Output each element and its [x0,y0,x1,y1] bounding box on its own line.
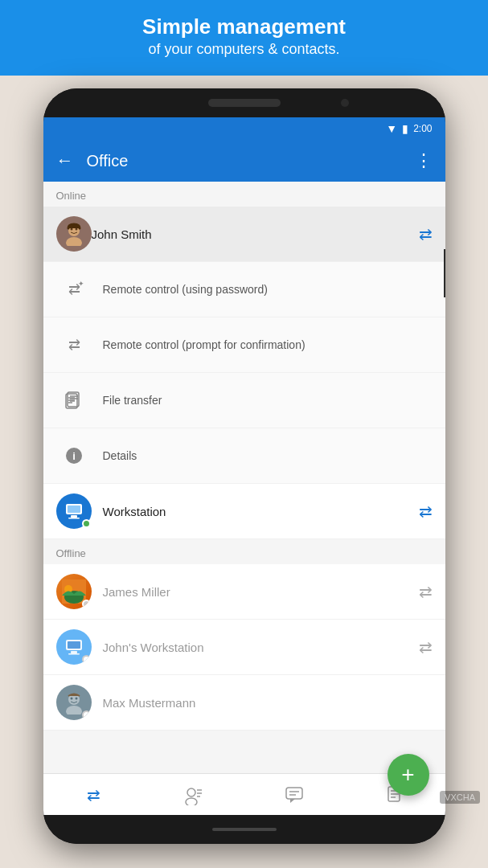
max-mustermann-name: Max Mustermann [103,696,433,710]
info-icon: i [64,445,84,466]
john-smith-remote-icon[interactable]: ⇄ [419,224,433,244]
johns-workstation-computer-icon [63,636,85,658]
svg-point-31 [75,698,77,700]
fab-add-button[interactable]: + [388,754,429,796]
file-transfer-icon [56,383,92,418]
johns-workstation-name: John's Workstation [103,641,419,654]
remote-password-text: Remote control (using password) [103,283,268,296]
home-indicator [212,828,277,831]
workstation-remote-icon[interactable]: ⇄ [419,502,433,521]
john-smith-name: John Smith [92,227,419,241]
svg-point-30 [70,698,72,700]
nav-item-chat[interactable] [284,784,305,805]
svg-rect-20 [68,518,80,519]
nav-remote-icon: ⇄ [83,784,104,805]
svg-point-1 [66,237,82,246]
john-smith-face-icon [62,222,86,246]
camera [341,99,349,107]
list-item-james-miller[interactable]: James Miller ⇄ [43,564,445,620]
status-bar: ▼ ▮ 2:00 [43,117,445,140]
top-banner: Simple management of your computers & co… [0,0,488,76]
svg-rect-38 [286,788,302,799]
speaker [208,99,281,107]
svg-rect-26 [71,651,77,653]
online-section-header: Online [43,182,445,207]
remote-confirm-text: Remote control (prompt for confirmation) [103,338,306,351]
list-item-johns-workstation[interactable]: John's Workstation ⇄ [43,620,445,675]
list-item-details[interactable]: i Details [43,428,445,484]
phone-bottom-bar [43,815,445,844]
john-smith-avatar [56,216,92,252]
details-icon: i [56,438,92,473]
bottom-nav: ⇄ [43,773,445,815]
svg-point-34 [186,798,197,805]
svg-rect-19 [71,515,77,518]
list-item-remote-confirm[interactable]: ⇄ Remote control (prompt for confirmatio… [43,317,445,373]
file-transfer-text: File transfer [103,394,162,407]
james-miller-remote-icon[interactable]: ⇄ [419,582,433,601]
wifi-icon: ▼ [386,122,397,135]
svg-text:✦: ✦ [78,280,84,288]
max-mustermann-avatar [56,685,92,720]
james-miller-name: James Miller [103,585,419,599]
more-button[interactable]: ⋮ [415,150,433,171]
svg-point-29 [66,706,82,714]
file-icon [64,390,84,411]
svg-text:⇄: ⇄ [87,786,100,804]
remote-arrows-icon: ⇄ [64,334,84,355]
side-button [444,249,445,297]
remote-arrows-star-icon: ⇄ ✦ [64,279,84,300]
james-miller-face-icon [62,579,86,604]
max-mustermann-face-icon [62,690,86,714]
battery-icon: ▮ [402,122,408,135]
list-item-remote-password[interactable]: ⇄ ✦ Remote control (using password) [43,262,445,317]
svg-point-33 [187,788,195,796]
details-text: Details [103,449,137,462]
status-icons: ▼ ▮ 2:00 [386,122,432,135]
workstation-name: Workstation [103,505,419,518]
johns-ws-status-dot [82,655,91,664]
johns-workstation-avatar [56,629,92,665]
svg-text:i: i [72,450,76,462]
remote-password-icon: ⇄ ✦ [56,272,92,307]
phone-shell: ▼ ▮ 2:00 ← Office ⋮ Online [43,88,445,844]
watermark: VXCHA [440,791,480,804]
james-miller-status-dot [82,600,91,608]
remote-confirm-icon: ⇄ [56,327,92,362]
app-bar-title: Office [87,152,415,170]
content-area: Online John Smith ⇄ [43,182,445,773]
svg-rect-25 [68,641,80,649]
svg-text:⇄: ⇄ [68,337,80,353]
list-item-workstation[interactable]: Workstation ⇄ [43,484,445,539]
bottom-spacer [43,731,445,773]
nav-contacts-icon [183,784,204,805]
phone-top-bar [43,88,445,117]
nav-item-contacts[interactable] [183,784,204,805]
workstation-computer-icon [63,500,85,522]
svg-rect-18 [68,506,80,513]
james-miller-avatar [56,574,92,609]
workstation-status-dot [82,519,91,528]
list-item-file-transfer[interactable]: File transfer [43,373,445,428]
app-bar: ← Office ⋮ [43,140,445,182]
banner-main-title: Simple management [16,14,472,39]
back-button[interactable]: ← [56,150,74,171]
list-item-john-smith[interactable]: John Smith ⇄ [43,207,445,262]
list-item-max-mustermann[interactable]: Max Mustermann [43,675,445,731]
svg-rect-27 [68,653,80,655]
workstation-avatar [56,493,92,529]
nav-item-remote[interactable]: ⇄ [83,784,104,805]
time-display: 2:00 [413,123,432,134]
offline-section-header: Offline [43,539,445,564]
johns-workstation-remote-icon[interactable]: ⇄ [419,637,433,657]
banner-sub-title: of your computers & contacts. [16,39,472,59]
max-status-dot [82,710,91,719]
nav-chat-icon [284,784,305,805]
